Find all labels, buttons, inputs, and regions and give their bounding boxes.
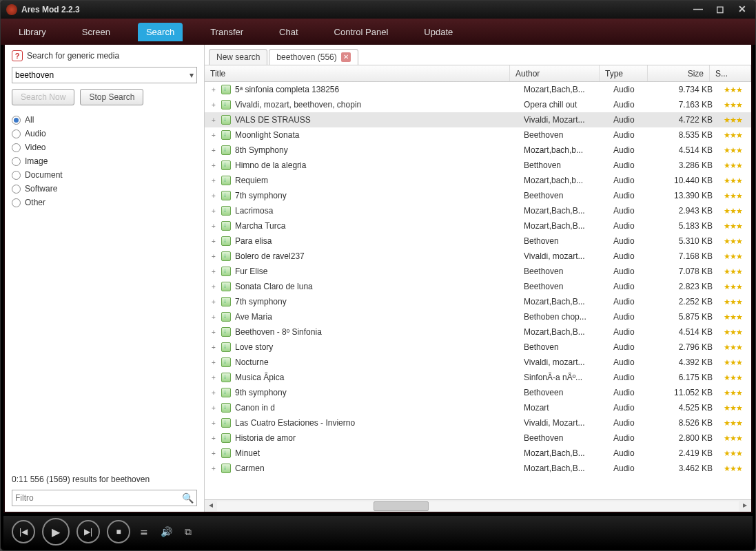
expand-icon[interactable]: + — [210, 359, 217, 366]
result-row[interactable]: +8th SymphonyMozart,bach,b...Audio4.514 … — [205, 143, 751, 158]
horizontal-scrollbar[interactable]: ◂ ▸ — [205, 499, 751, 512]
stop-search-button[interactable]: Stop Search — [80, 89, 143, 105]
tab-search[interactable]: Search — [138, 23, 183, 41]
expand-icon[interactable]: + — [210, 253, 217, 260]
expand-icon[interactable]: + — [210, 162, 217, 169]
expand-icon[interactable]: + — [210, 101, 217, 109]
tab-library[interactable]: Library — [10, 23, 54, 41]
active-search-tab[interactable]: beethoven (556) ✕ — [269, 49, 358, 65]
expand-icon[interactable]: + — [210, 207, 217, 215]
expand-icon[interactable]: + — [210, 86, 217, 94]
filter-input[interactable] — [15, 493, 182, 503]
expand-icon[interactable]: + — [210, 313, 217, 321]
filter-radio-software[interactable]: Software — [12, 184, 197, 194]
search-input[interactable] — [15, 70, 190, 80]
search-combo[interactable]: ▾ — [12, 67, 197, 83]
result-row[interactable]: +Love storyBethovenAudio2.796 KB★★★ — [205, 340, 751, 355]
close-button[interactable]: ✕ — [735, 4, 750, 15]
result-row[interactable]: +MinuetMozart,Bach,B...Audio2.419 KB★★★ — [205, 446, 751, 461]
search-now-button[interactable]: Search Now — [12, 89, 74, 105]
result-row[interactable]: +Historia de amorBeethovenAudio2.800 KB★… — [205, 430, 751, 446]
result-row[interactable]: +Vivaldi, mozart, beethoven, chopinOpera… — [205, 97, 751, 112]
scroll-right-icon[interactable]: ▸ — [739, 500, 751, 512]
results-list[interactable]: +5ª sinfonia completa 138256Mozart,Bach,… — [205, 82, 751, 499]
new-search-tab[interactable]: New search — [209, 49, 267, 65]
expand-icon[interactable]: + — [210, 177, 217, 185]
expand-icon[interactable]: + — [210, 374, 217, 382]
title-bar[interactable]: Ares Mod 2.2.3 — ◻ ✕ — [1, 1, 755, 19]
result-row[interactable]: +Himno de la alegriaBetthovenAudio3.286 … — [205, 158, 751, 173]
result-row[interactable]: +Beethoven - 8º SinfoniaMozart,Bach,B...… — [205, 324, 751, 340]
expand-icon[interactable]: + — [210, 147, 217, 154]
filter-radio-all[interactable]: All — [12, 115, 197, 125]
expand-icon[interactable]: + — [210, 222, 217, 230]
filter-radio-audio[interactable]: Audio — [12, 129, 197, 138]
result-row[interactable]: +Fur EliseBeethovenAudio7.078 KB★★★ — [205, 264, 751, 279]
stop-button[interactable]: ■ — [107, 520, 130, 543]
expand-icon[interactable]: + — [210, 419, 217, 427]
expand-icon[interactable]: + — [210, 238, 217, 245]
filter-radio-document[interactable]: Document — [12, 170, 197, 180]
column-headers[interactable]: Title Author Type Size S... — [205, 65, 751, 82]
expand-icon[interactable]: + — [210, 329, 217, 336]
filter-radio-video[interactable]: Video — [12, 143, 197, 152]
help-icon[interactable]: ? — [12, 50, 23, 61]
col-type[interactable]: Type — [600, 65, 648, 81]
expand-icon[interactable]: + — [210, 450, 217, 457]
search-icon[interactable]: 🔍 — [182, 492, 194, 503]
playlist-icon[interactable]: ≣ — [137, 526, 151, 537]
result-row[interactable]: +Marcha TurcaMozart,Bach,B...Audio5.183 … — [205, 218, 751, 233]
tab-update[interactable]: Update — [416, 23, 461, 41]
tab-chat[interactable]: Chat — [271, 23, 306, 41]
result-row[interactable]: +Canon in dMozartAudio4.525 KB★★★ — [205, 400, 751, 415]
expand-icon[interactable]: + — [210, 132, 217, 139]
result-row[interactable]: +LacrimosaMozart,Bach,B...Audio2.943 KB★… — [205, 203, 751, 218]
result-row[interactable]: +Para elisaBethovenAudio5.310 KB★★★ — [205, 233, 751, 249]
expand-icon[interactable]: + — [210, 435, 217, 442]
result-row[interactable]: +Ave MariaBethoben chop...Audio5.875 KB★… — [205, 309, 751, 324]
scroll-thumb[interactable] — [374, 501, 429, 511]
minimize-button[interactable]: — — [691, 4, 706, 15]
expand-icon[interactable]: + — [210, 268, 217, 276]
expand-icon[interactable]: + — [210, 389, 217, 397]
tab-transfer[interactable]: Transfer — [202, 23, 252, 41]
filter-radio-image[interactable]: Image — [12, 156, 197, 166]
col-author[interactable]: Author — [510, 65, 600, 81]
result-row[interactable]: +Bolero de ravel237Vivaldi, mozart...Aud… — [205, 249, 751, 264]
result-row[interactable]: +9th symphonyBethoveenAudio11.052 KB★★★ — [205, 385, 751, 400]
expand-icon[interactable]: + — [210, 298, 217, 306]
scroll-left-icon[interactable]: ◂ — [205, 500, 217, 512]
result-row[interactable]: +Sonata Claro de lunaBeethovenAudio2.823… — [205, 279, 751, 294]
play-button[interactable]: ▶ — [42, 518, 70, 545]
close-tab-icon[interactable]: ✕ — [341, 52, 351, 62]
result-row[interactable]: +VALS DE STRAUSSVivaldi, Mozart...Audio4… — [205, 112, 751, 127]
tab-control-panel[interactable]: Control Panel — [326, 23, 397, 41]
expand-icon[interactable]: + — [210, 192, 217, 200]
prev-button[interactable]: |◀ — [12, 520, 35, 543]
expand-icon[interactable]: + — [210, 283, 217, 291]
result-row[interactable]: +Moonlight SonataBeethovenAudio8.535 KB★… — [205, 127, 751, 143]
result-row[interactable]: +7th symphonyMozart,Bach,B...Audio2.252 … — [205, 294, 751, 309]
window-mode-icon[interactable]: ⧉ — [182, 526, 194, 538]
maximize-button[interactable]: ◻ — [713, 4, 728, 15]
combo-arrow-icon[interactable]: ▾ — [190, 70, 194, 80]
result-row[interactable]: +NocturneVivaldi, mozart...Audio4.392 KB… — [205, 355, 751, 370]
expand-icon[interactable]: + — [210, 465, 217, 472]
filter-box[interactable]: 🔍 — [12, 490, 197, 506]
col-size[interactable]: Size — [648, 65, 710, 81]
filter-radio-other[interactable]: Other — [12, 198, 197, 207]
tab-screen[interactable]: Screen — [74, 23, 119, 41]
col-stars[interactable]: S... — [710, 65, 751, 81]
result-row[interactable]: +7th symphonyBeethovenAudio13.390 KB★★★ — [205, 188, 751, 203]
result-row[interactable]: +Musica ÃpicaSinfonÃ-a nÂº...Audio6.175 … — [205, 370, 751, 385]
result-row[interactable]: +CarmenMozart,Bach,B...Audio3.462 KB★★★ — [205, 461, 751, 476]
result-row[interactable]: +Las Cuatro Estaciones - InviernoVivaldi… — [205, 415, 751, 430]
next-button[interactable]: ▶| — [76, 520, 100, 543]
volume-icon[interactable]: 🔊 — [158, 526, 175, 537]
col-title[interactable]: Title — [205, 65, 510, 81]
expand-icon[interactable]: + — [210, 344, 217, 351]
expand-icon[interactable]: + — [210, 404, 217, 412]
result-row[interactable]: +5ª sinfonia completa 138256Mozart,Bach,… — [205, 82, 751, 97]
result-row[interactable]: +RequiemMozart,bach,b...Audio10.440 KB★★… — [205, 173, 751, 188]
expand-icon[interactable]: + — [210, 116, 217, 124]
